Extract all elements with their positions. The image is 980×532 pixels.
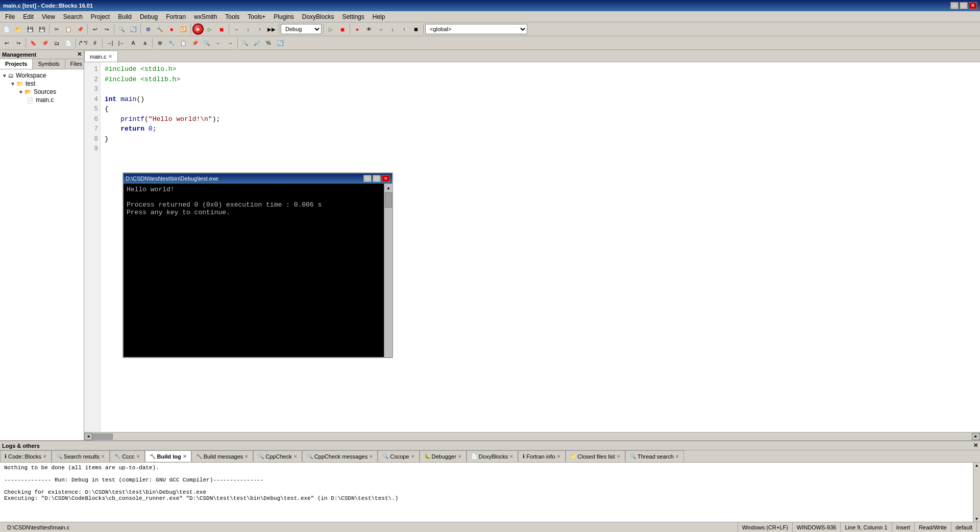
step-into2-button[interactable]: ↓ <box>387 23 398 35</box>
menu-project[interactable]: Project <box>87 11 114 22</box>
console-close[interactable]: ✕ <box>382 175 390 182</box>
stop-button[interactable]: ■ <box>166 23 177 35</box>
step-return-button[interactable]: ↑ <box>254 23 265 35</box>
closedfiles-tab-close[interactable]: ✕ <box>617 454 621 459</box>
doxy-tab-close[interactable]: ✕ <box>509 454 513 459</box>
tab-thread-search[interactable]: 🔍 Thread search ✕ <box>625 450 684 462</box>
bottom-content[interactable]: Nothing to be done (all items are up-to-… <box>0 463 973 522</box>
project-item[interactable]: ▼ 📁 test <box>10 80 82 88</box>
tb2-btn12[interactable]: 📋 <box>178 37 189 48</box>
log-scroll-down[interactable]: ▼ <box>974 516 979 522</box>
run-debug-button[interactable]: ▷ <box>204 23 215 35</box>
cppcheck-tab-close[interactable]: ✕ <box>293 454 298 459</box>
tb2-lowercase[interactable]: a <box>139 37 151 48</box>
global-scope-dropdown[interactable]: <global> <box>425 24 527 34</box>
tb2-indent[interactable]: →| <box>104 37 115 48</box>
tab-closed-files[interactable]: 📁 Closed files list ✕ <box>566 450 625 462</box>
menu-edit[interactable]: Edit <box>19 11 38 22</box>
tab-cccc[interactable]: 🔧 Cccc ✕ <box>110 450 144 462</box>
menu-fortran[interactable]: Fortran <box>162 11 190 22</box>
tb2-unindent[interactable]: |← <box>116 37 127 48</box>
tb2-btn4[interactable]: 📌 <box>39 37 51 48</box>
debug-start-button[interactable]: ▷ <box>325 23 336 35</box>
tb2-btn5[interactable]: 🗂 <box>51 37 62 48</box>
tb2-bookmark[interactable]: 🔖 <box>28 37 39 48</box>
sources-item[interactable]: ▼ 📂 Sources <box>18 88 82 96</box>
tab-build-log[interactable]: 🔨 Build log ✕ <box>145 450 191 462</box>
console-maximize[interactable]: □ <box>373 175 381 182</box>
tab-doxyblocks[interactable]: 📄 DoxyBlocks ✕ <box>467 450 518 462</box>
rebuild-button[interactable]: 🔁 <box>178 23 189 35</box>
maximize-button[interactable]: □ <box>960 2 968 9</box>
menu-settings[interactable]: Settings <box>338 11 368 22</box>
copy-button[interactable]: 📋 <box>63 23 74 35</box>
tb2-comment[interactable]: /* */ <box>78 37 89 48</box>
minimize-button[interactable]: ─ <box>950 2 959 9</box>
bottom-scrollbar[interactable]: ▲ ▼ <box>973 463 980 522</box>
close-button[interactable]: ✕ <box>969 2 977 9</box>
breakpoint-button[interactable]: ● <box>352 23 363 35</box>
buildmsg-tab-close[interactable]: ✕ <box>244 454 249 459</box>
stop-run-button[interactable]: ◼ <box>216 23 227 35</box>
continue-button[interactable]: ▶▶ <box>266 23 277 35</box>
scroll-left-arrow[interactable]: ◄ <box>84 433 92 440</box>
tb2-btn15[interactable]: ← <box>213 37 224 48</box>
tab-cscope[interactable]: 🔍 Cscope ✕ <box>378 450 419 462</box>
scroll-right-arrow[interactable]: ► <box>972 433 980 440</box>
open-button[interactable]: 📂 <box>13 23 24 35</box>
tab-codeblocks[interactable]: ℹ Code::Blocks ✕ <box>0 450 52 462</box>
run-button[interactable]: ▶ <box>192 23 204 35</box>
fortran-tab-close[interactable]: ✕ <box>557 454 561 459</box>
menu-plugins[interactable]: Plugins <box>270 11 298 22</box>
tb2-uppercase[interactable]: A <box>128 37 139 48</box>
save-button[interactable]: 💾 <box>24 23 36 35</box>
debugger-tab-close[interactable]: ✕ <box>458 454 462 459</box>
tb2-btn2[interactable]: ↪ <box>13 37 24 48</box>
tb2-btn19[interactable]: % <box>263 37 274 48</box>
thread-tab-close[interactable]: ✕ <box>675 454 679 459</box>
cscope-tab-close[interactable]: ✕ <box>411 454 415 459</box>
tb2-btn18[interactable]: 🔎 <box>251 37 262 48</box>
codeblocks-tab-close[interactable]: ✕ <box>43 454 47 459</box>
tb2-btn13[interactable]: 📌 <box>189 37 201 48</box>
tab-debugger[interactable]: 🐛 Debugger ✕ <box>420 450 467 462</box>
replace-button[interactable]: 🔄 <box>128 23 139 35</box>
step-next2-button[interactable]: → <box>375 23 386 35</box>
tb2-btn20[interactable]: 🔄 <box>275 37 286 48</box>
management-close[interactable]: ✕ <box>77 51 82 58</box>
tb2-btn10[interactable]: ⚙ <box>154 37 165 48</box>
scroll-up-arrow[interactable]: ▲ <box>384 184 393 192</box>
paste-button[interactable]: 📌 <box>75 23 86 35</box>
buildlog-tab-close[interactable]: ✕ <box>183 454 187 459</box>
tab-symbols[interactable]: Symbols <box>33 59 65 69</box>
step-return2-button[interactable]: ↑ <box>399 23 410 35</box>
build-target-dropdown[interactable]: Debug Release <box>281 24 322 34</box>
build-button[interactable]: 🔨 <box>154 23 165 35</box>
bottom-panel-close[interactable]: ✕ <box>973 442 978 449</box>
cut-button[interactable]: ✂ <box>51 23 62 35</box>
find-button[interactable]: 🔍 <box>116 23 127 35</box>
horizontal-scrollbar[interactable]: ◄ ► <box>84 432 980 440</box>
scroll-thumb[interactable] <box>385 192 392 208</box>
menu-help[interactable]: Help <box>369 11 389 22</box>
menu-toolsplus[interactable]: Tools+ <box>243 11 270 22</box>
menu-doxyblocks[interactable]: DoxyBlocks <box>298 11 338 22</box>
editor-tab-mainc[interactable]: main.c ✕ <box>84 50 118 62</box>
tab-projects[interactable]: Projects <box>0 59 33 69</box>
console-minimize[interactable]: ─ <box>363 175 372 182</box>
tb2-btn1[interactable]: ↩ <box>1 37 12 48</box>
watch-button[interactable]: 👁 <box>363 23 375 35</box>
tb2-btn17[interactable]: 🔍 <box>239 37 251 48</box>
redo-button[interactable]: ↪ <box>101 23 112 35</box>
h-scroll-track[interactable] <box>92 433 972 440</box>
menu-file[interactable]: File <box>1 11 19 22</box>
tab-cppcheck[interactable]: 🔍 CppCheck ✕ <box>253 450 302 462</box>
compile-button[interactable]: ⚙ <box>142 23 154 35</box>
new-button[interactable]: 📄 <box>1 23 12 35</box>
tb2-btn16[interactable]: → <box>225 37 236 48</box>
tb2-btn6[interactable]: 📄 <box>63 37 74 48</box>
menu-view[interactable]: View <box>38 11 59 22</box>
search-tab-close[interactable]: ✕ <box>101 454 105 459</box>
cccc-tab-close[interactable]: ✕ <box>136 454 140 459</box>
step-into-button[interactable]: ↓ <box>242 23 254 35</box>
